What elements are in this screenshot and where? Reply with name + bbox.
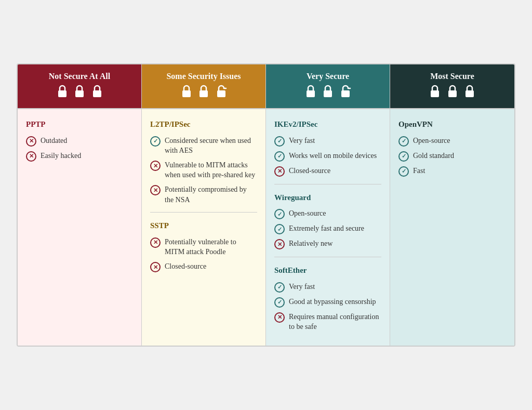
pptp-feature-text-1: Outdated [41,136,67,146]
softether-check-icon-2: ✓ [274,297,285,308]
pptp-protocol-name: PPTP [26,118,133,130]
softether-section: SoftEther ✓ Very fast ✓ Good at bypassin… [274,257,381,332]
svg-rect-2 [93,90,101,97]
l2tp-check-icon-1: ✓ [150,136,161,147]
l2tp-feature-1: ✓ Considered secure when used with AES [150,136,257,156]
svg-rect-7 [307,90,315,97]
wireguard-check-icon-2: ✓ [274,224,285,234]
sstp-feature-1: ✕ Potentially vulnerable to MITM attack … [150,237,257,257]
col-some-security-body: L2TP/IPSec ✓ Considered secure when used… [142,109,266,346]
l2tp-protocol-name: L2TP/IPSec [150,118,257,130]
sstp-feature-text-2: Closed-source [165,261,206,272]
wireguard-feature-3: ✕ Relatively new [274,239,381,249]
openvpn-check-icon-3: ✓ [398,166,409,177]
openvpn-feature-2: ✓ Gold standard [398,151,506,162]
sstp-cross-icon-1: ✕ [150,237,161,248]
wireguard-check-icon-1: ✓ [274,209,285,219]
sstp-protocol-name: SSTP [150,220,257,232]
wireguard-feature-2: ✓ Extremely fast and secure [274,223,381,234]
openvpn-check-icon-2: ✓ [398,151,409,162]
ikev2-feature-text-2: Works well on mobile devices [289,151,377,161]
l2tp-feature-2: ✕ Vulnerable to MITM attacks when used w… [150,160,257,180]
pptp-cross-icon-1: ✕ [26,136,36,147]
softether-feature-text-1: Very fast [289,282,315,292]
wireguard-feature-text-1: Open-source [289,208,326,219]
l2tp-feature-text-3: Potentially compromised by the NSA [165,184,257,205]
svg-rect-12 [448,90,457,97]
header-very-secure: Very Secure [266,64,390,108]
openvpn-feature-text-3: Fast [413,166,425,176]
pptp-cross-icon-2: ✕ [26,151,36,162]
svg-rect-13 [466,90,474,97]
col-not-secure-body: PPTP ✕ Outdated ✕ Easily hacked [18,109,142,346]
security-comparison-table: Not Secure At All Some Security Issu [17,63,515,347]
col-very-secure-body: IKEv2/IPSec ✓ Very fast ✓ Works well on … [266,109,390,346]
ikev2-check-icon-2: ✓ [274,151,285,162]
openvpn-feature-text-2: Gold standard [413,151,454,161]
softether-protocol-name: SoftEther [274,264,381,276]
sstp-feature-2: ✕ Closed-source [150,261,257,272]
softether-feature-3: ✕ Requires manual configuration to be sa… [274,312,381,332]
ikev2-feature-1: ✓ Very fast [274,136,381,147]
l2tp-cross-icon-3: ✕ [150,185,161,195]
wireguard-feature-1: ✓ Open-source [274,208,381,219]
softether-cross-icon-3: ✕ [274,312,285,323]
header-very-secure-label: Very Secure [274,72,381,81]
header-not-secure: Not Secure At All [18,64,142,108]
header-most-secure: Most Secure [390,64,514,108]
softether-feature-1: ✓ Very fast [274,282,381,293]
svg-rect-8 [324,90,332,97]
header-most-secure-icons [398,84,506,101]
header-not-secure-label: Not Secure At All [26,72,133,81]
sstp-feature-text-1: Potentially vulnerable to MITM attack Po… [165,237,257,257]
svg-rect-4 [200,90,208,97]
wireguard-feature-text-3: Relatively new [289,239,332,249]
header-not-secure-icons [26,84,133,101]
header-some-security-label: Some Security Issues [150,72,257,81]
openvpn-protocol-name: OpenVPN [398,118,506,130]
softether-check-icon-1: ✓ [274,282,285,293]
table-body: PPTP ✕ Outdated ✕ Easily hacked L2TP/IPS… [18,108,514,346]
pptp-feature-text-2: Easily hacked [41,151,81,161]
softether-feature-2: ✓ Good at bypassing censorship [274,297,381,308]
table-header: Not Secure At All Some Security Issu [18,64,514,108]
header-some-security: Some Security Issues [142,64,266,108]
ikev2-feature-3: ✕ Closed-source [274,166,381,177]
pptp-feature-2: ✕ Easily hacked [26,151,133,162]
header-some-security-icons [150,84,257,101]
openvpn-feature-1: ✓ Open-source [398,136,506,147]
ikev2-feature-text-1: Very fast [289,136,315,146]
openvpn-feature-3: ✓ Fast [398,166,506,177]
openvpn-feature-text-1: Open-source [413,136,450,146]
l2tp-feature-text-1: Considered secure when used with AES [165,136,257,156]
wireguard-section: Wireguard ✓ Open-source ✓ Extremely fast… [274,184,381,250]
ikev2-check-icon-1: ✓ [274,136,285,147]
l2tp-feature-3: ✕ Potentially compromised by the NSA [150,184,257,205]
svg-rect-1 [75,90,84,97]
svg-rect-9 [341,90,350,97]
ikev2-protocol-name: IKEv2/IPSec [274,118,381,130]
ikev2-feature-2: ✓ Works well on mobile devices [274,151,381,162]
sstp-cross-icon-2: ✕ [150,262,161,272]
ikev2-cross-icon-3: ✕ [274,166,285,177]
softether-feature-text-2: Good at bypassing censorship [289,297,376,307]
col-most-secure-body: OpenVPN ✓ Open-source ✓ Gold standard ✓ … [390,109,514,346]
svg-rect-11 [431,90,439,97]
sstp-section: SSTP ✕ Potentially vulnerable to MITM at… [150,212,257,272]
pptp-feature-1: ✕ Outdated [26,136,133,147]
softether-feature-text-3: Requires manual configuration to be safe [289,312,381,332]
svg-rect-0 [58,90,66,97]
header-most-secure-label: Most Secure [398,72,506,81]
wireguard-feature-text-2: Extremely fast and secure [289,223,364,234]
svg-rect-3 [182,90,191,97]
l2tp-feature-text-2: Vulnerable to MITM attacks when used wit… [165,160,257,180]
wireguard-cross-icon-3: ✕ [274,239,285,249]
openvpn-check-icon-1: ✓ [398,136,409,147]
header-very-secure-icons [274,84,381,101]
wireguard-protocol-name: Wireguard [274,192,381,204]
svg-rect-5 [217,90,225,97]
ikev2-feature-text-3: Closed-source [289,166,330,176]
l2tp-cross-icon-2: ✕ [150,161,161,171]
